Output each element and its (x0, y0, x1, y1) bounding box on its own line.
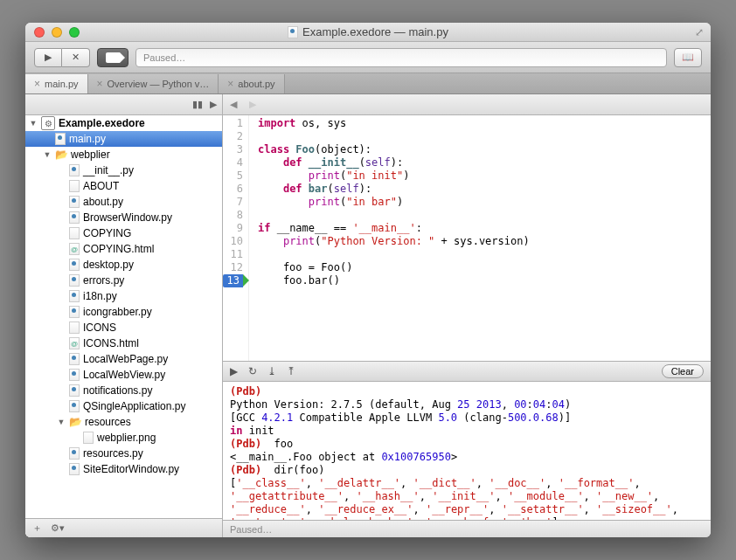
code-line[interactable]: class Foo(object): (258, 143, 530, 156)
tag-icon[interactable]: ▶ (210, 99, 217, 110)
tree-item[interactable]: COPYING (25, 225, 222, 241)
tree-item[interactable]: i18n.py (25, 288, 222, 304)
run-button[interactable]: ▶ (34, 48, 62, 67)
code-content[interactable]: import os, sysclass Foo(object): def __i… (249, 115, 530, 361)
tree-item[interactable]: ICONS.html (25, 335, 222, 351)
app-window: Example.exedore — main.py ⤢ ▶ ✕ Paused… … (25, 23, 711, 537)
close-window-button[interactable] (34, 27, 45, 38)
close-tab-icon[interactable]: × (34, 78, 40, 90)
code-line[interactable]: def __init__(self): (258, 156, 530, 169)
tree-item-label: __init__.py (83, 164, 134, 176)
line-number[interactable]: 2 (223, 130, 243, 143)
step-into-button[interactable]: ⤓ (267, 365, 276, 377)
zoom-window-button[interactable] (69, 27, 80, 38)
code-editor[interactable]: 12345678910111213 import os, sysclass Fo… (223, 115, 711, 361)
tree-item[interactable]: about.py (25, 194, 222, 210)
tree-item[interactable]: LocalWebView.py (25, 367, 222, 383)
tree-item[interactable]: errors.py (25, 273, 222, 288)
line-number[interactable]: 7 (223, 196, 243, 209)
folder-icon[interactable]: ▮▮ (192, 99, 203, 110)
tree-item[interactable]: ▼resources (25, 414, 222, 430)
close-tab-icon[interactable]: × (97, 78, 103, 90)
tab[interactable]: ×Overview — Python v… (88, 74, 219, 93)
file-tree[interactable]: ▼ Example.exedore main.py▼webplier__init… (25, 115, 222, 518)
line-number[interactable]: 13 (223, 274, 243, 287)
tree-item[interactable]: ▼webplier (25, 147, 222, 162)
close-tab-icon[interactable]: × (227, 78, 233, 90)
step-over-button[interactable]: ↻ (248, 365, 257, 377)
code-line[interactable] (258, 209, 530, 222)
tree-item[interactable]: QSingleApplication.py (25, 398, 222, 414)
tree-item-label: ICONS.html (83, 337, 139, 349)
line-number[interactable]: 1 (223, 117, 243, 130)
tree-item-label: BrowserWindow.py (83, 211, 172, 224)
py-icon (69, 164, 80, 176)
code-line[interactable]: import os, sys (258, 117, 530, 130)
line-number[interactable]: 3 (223, 143, 243, 156)
project-name: Example.exedore (59, 117, 145, 129)
tree-item[interactable]: SiteEditorWindow.py (25, 461, 222, 477)
tree-item[interactable]: main.py (25, 131, 222, 147)
line-number[interactable]: 8 (223, 209, 243, 222)
gear-icon[interactable]: ⚙▾ (51, 522, 65, 534)
py-icon (69, 196, 80, 208)
status-field: Paused… (135, 48, 667, 67)
stop-button[interactable]: ✕ (62, 48, 90, 67)
status-bar: Paused… (223, 520, 711, 537)
tree-item[interactable]: ICONS (25, 320, 222, 335)
code-line[interactable]: foo.bar() (258, 274, 530, 287)
tree-item[interactable]: BrowserWindow.py (25, 210, 222, 225)
tree-item[interactable]: __init__.py (25, 162, 222, 178)
line-number[interactable]: 4 (223, 156, 243, 169)
tree-item[interactable]: LocalWebPage.py (25, 351, 222, 367)
code-line[interactable] (258, 248, 530, 261)
code-line[interactable] (258, 130, 530, 143)
clear-button[interactable]: Clear (662, 364, 704, 378)
tree-item-label: i18n.py (83, 290, 117, 302)
tree-item[interactable]: webplier.png (25, 430, 222, 446)
project-root[interactable]: ▼ Example.exedore (25, 115, 222, 131)
line-number[interactable]: 11 (223, 248, 243, 261)
code-line[interactable]: print("in init") (258, 169, 530, 183)
line-number[interactable]: 12 (223, 261, 243, 274)
add-button[interactable]: ＋ (32, 522, 42, 535)
tab[interactable]: ×about.py (219, 74, 284, 93)
tree-item[interactable]: COPYING.html (25, 241, 222, 257)
line-gutter[interactable]: 12345678910111213 (223, 115, 249, 361)
documentation-button[interactable]: 📖 (674, 48, 702, 67)
tab-bar: ×main.py×Overview — Python v…×about.py (25, 73, 711, 94)
nav-back-button[interactable]: ◀ (230, 99, 237, 110)
tree-item[interactable]: ABOUT (25, 178, 222, 194)
py-icon (69, 353, 80, 365)
sidebar: ▮▮ ▶ ▼ Example.exedore main.py▼webplier_… (25, 94, 223, 537)
breakpoint-toggle-button[interactable] (97, 48, 128, 67)
tree-item[interactable]: notifications.py (25, 383, 222, 398)
tree-item-label: desktop.py (83, 259, 134, 271)
nav-forward-button[interactable]: ▶ (249, 99, 256, 110)
tree-item[interactable]: resources.py (25, 446, 222, 461)
minimize-window-button[interactable] (52, 27, 62, 38)
line-number[interactable]: 6 (223, 183, 243, 196)
code-line[interactable]: if __name__ == '__main__': (258, 222, 530, 235)
tab[interactable]: ×main.py (25, 74, 88, 93)
tree-item[interactable]: desktop.py (25, 257, 222, 273)
py-icon (69, 274, 80, 287)
line-number[interactable]: 5 (223, 169, 243, 183)
code-line[interactable]: print("in bar") (258, 196, 530, 209)
code-line[interactable]: def bar(self): (258, 183, 530, 196)
line-number[interactable]: 10 (223, 235, 243, 248)
console-line: in init (230, 425, 704, 438)
step-out-button[interactable]: ⤒ (287, 365, 295, 377)
tree-item[interactable]: icongrabber.py (25, 304, 222, 320)
fullscreen-button[interactable]: ⤢ (695, 26, 704, 38)
line-number[interactable]: 9 (223, 222, 243, 235)
debug-console[interactable]: (Pdb)Python Version: 2.7.5 (default, Aug… (223, 382, 711, 520)
navigation-bar: ◀ ▶ (223, 94, 711, 115)
tab-label: main.py (45, 79, 79, 89)
tree-item-label: icongrabber.py (83, 306, 152, 318)
tree-item-label: resources (85, 416, 131, 428)
code-line[interactable]: foo = Foo() (258, 261, 530, 274)
py-icon (69, 211, 80, 224)
continue-button[interactable]: ▶ (230, 365, 238, 377)
code-line[interactable]: print("Python Version: " + sys.version) (258, 235, 530, 248)
